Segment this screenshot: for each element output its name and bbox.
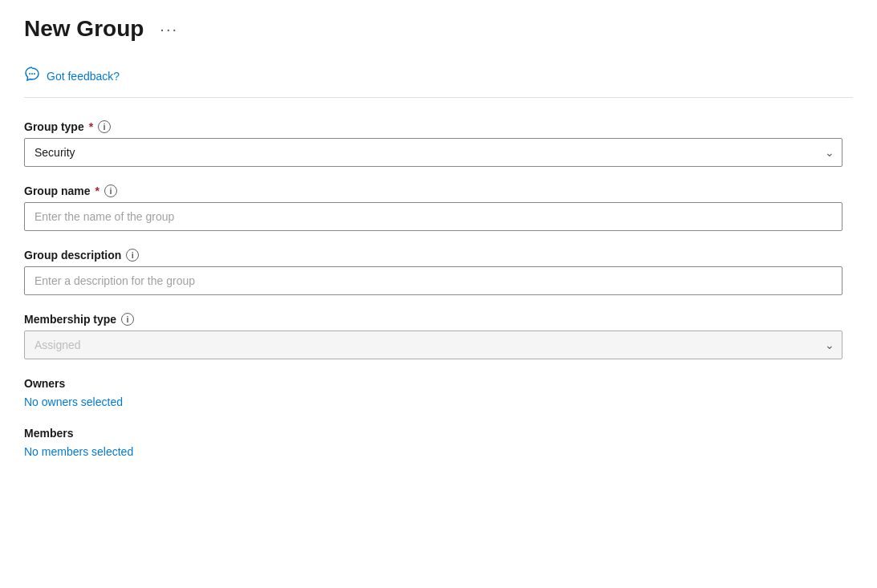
no-members-link[interactable]: No members selected	[24, 445, 133, 458]
members-section: Members No members selected	[24, 427, 842, 459]
svg-point-0	[29, 73, 30, 75]
no-owners-link[interactable]: No owners selected	[24, 395, 123, 408]
owners-section: Owners No owners selected	[24, 377, 842, 409]
group-description-input[interactable]	[24, 266, 842, 295]
group-type-select[interactable]: Security Microsoft 365	[24, 138, 842, 167]
group-type-field: Group type * i Security Microsoft 365 ⌄	[24, 120, 842, 167]
group-name-field: Group name * i	[24, 185, 842, 231]
owners-label: Owners	[24, 377, 842, 390]
page-header: New Group ···	[24, 16, 853, 42]
group-type-required: *	[89, 120, 93, 133]
ellipsis-button[interactable]: ···	[153, 17, 185, 42]
svg-point-2	[34, 73, 35, 75]
membership-type-select[interactable]: Assigned Dynamic User Dynamic Device	[24, 330, 842, 359]
membership-type-info-icon[interactable]: i	[121, 313, 134, 326]
group-name-required: *	[95, 185, 99, 197]
group-type-select-wrapper: Security Microsoft 365 ⌄	[24, 138, 842, 167]
group-type-info-icon[interactable]: i	[98, 120, 111, 133]
group-description-info-icon[interactable]: i	[126, 249, 139, 262]
group-description-label: Group description i	[24, 249, 842, 262]
feedback-bar: Got feedback?	[24, 58, 853, 98]
membership-type-select-wrapper: Assigned Dynamic User Dynamic Device ⌄	[24, 330, 842, 359]
page-container: New Group ··· Got feedback? Group type *…	[0, 0, 877, 509]
group-description-field: Group description i	[24, 249, 842, 295]
members-label: Members	[24, 427, 842, 440]
membership-type-field: Membership type i Assigned Dynamic User …	[24, 313, 842, 359]
feedback-icon	[24, 66, 40, 86]
form-section: Group type * i Security Microsoft 365 ⌄ …	[24, 120, 842, 459]
feedback-link[interactable]: Got feedback?	[47, 70, 120, 83]
page-title: New Group	[24, 16, 144, 42]
membership-type-label: Membership type i	[24, 313, 842, 326]
group-name-label: Group name * i	[24, 185, 842, 197]
group-type-label: Group type * i	[24, 120, 842, 133]
svg-point-1	[31, 73, 33, 75]
group-name-input[interactable]	[24, 202, 842, 231]
group-name-info-icon[interactable]: i	[104, 185, 117, 197]
